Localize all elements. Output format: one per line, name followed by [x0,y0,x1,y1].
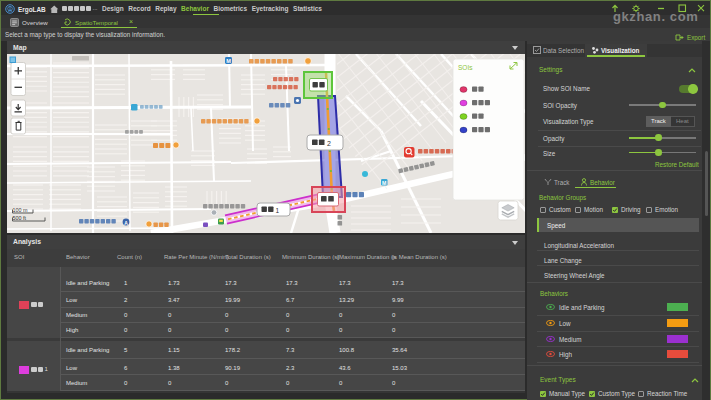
svg-text:1: 1 [276,207,280,214]
svg-text:A: A [124,220,128,226]
svg-text:100 m: 100 m [13,207,28,213]
svg-text:500 ft: 500 ft [13,215,27,221]
svg-text:M: M [226,58,231,64]
svg-text:M: M [382,180,386,186]
svg-text:SOIs: SOIs [458,64,473,71]
svg-text:2: 2 [327,140,331,147]
